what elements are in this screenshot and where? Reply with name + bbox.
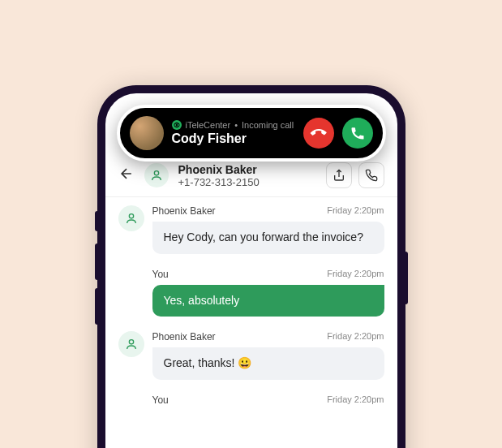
user-icon	[125, 212, 138, 225]
user-icon	[125, 338, 138, 351]
app-logo-icon: ⦿	[172, 120, 182, 130]
phone-frame: ⦿ iTeleCenter • Incoming call Cody Fishe…	[97, 85, 405, 448]
message-sender: Phoenix Baker	[152, 331, 216, 342]
message-avatar	[118, 205, 144, 231]
phone-screen: ⦿ iTeleCenter • Incoming call Cody Fishe…	[105, 93, 397, 448]
incoming-call-banner: ⦿ iTeleCenter • Incoming call Cody Fishe…	[117, 105, 386, 162]
chat-messages: Phoenix Baker Friday 2:20pm Hey Cody, ca…	[105, 197, 397, 433]
message-group: Phoenix Baker Friday 2:20pm Great, thank…	[118, 331, 384, 380]
decline-call-button[interactable]	[303, 118, 334, 149]
contact-info: Phoenix Baker +1-732-313-2150	[178, 163, 316, 188]
message-avatar	[118, 331, 144, 357]
message-bubble: Hey Cody, can you forward the invoice?	[152, 222, 384, 254]
message-time: Friday 2:20pm	[327, 205, 384, 217]
message-group: You Friday 2:20pm Yes, absolutely	[118, 269, 384, 317]
accept-call-button[interactable]	[342, 118, 373, 149]
message-sender: You	[152, 394, 169, 406]
share-button[interactable]	[326, 162, 352, 188]
contact-phone: +1-732-313-2150	[178, 176, 316, 188]
message-time: Friday 2:20pm	[327, 331, 384, 342]
svg-point-2	[129, 340, 133, 344]
message-bubble: Great, thanks! 😀	[152, 347, 384, 380]
message-time: Friday 2:20pm	[327, 394, 384, 406]
call-info: ⦿ iTeleCenter • Incoming call Cody Fishe…	[172, 120, 295, 146]
caller-avatar	[130, 116, 164, 150]
back-button[interactable]	[118, 166, 135, 185]
message-time: Friday 2:20pm	[327, 269, 384, 280]
contact-avatar	[144, 163, 169, 187]
phone-icon	[365, 169, 378, 182]
phone-accept-icon	[350, 125, 366, 141]
message-group: You Friday 2:20pm	[118, 394, 384, 411]
separator-dot: •	[234, 120, 238, 130]
message-group: Phoenix Baker Friday 2:20pm Hey Cody, ca…	[118, 205, 384, 254]
arrow-left-icon	[118, 166, 135, 182]
svg-point-1	[129, 214, 133, 218]
contact-name: Phoenix Baker	[178, 163, 316, 176]
message-bubble: Yes, absolutely	[152, 285, 384, 317]
user-icon	[150, 169, 163, 182]
caller-name: Cody Fisher	[172, 131, 295, 146]
call-status: Incoming call	[242, 120, 294, 130]
phone-decline-icon	[307, 122, 329, 144]
share-icon	[333, 169, 345, 182]
call-button[interactable]	[358, 162, 384, 188]
message-sender: Phoenix Baker	[152, 205, 216, 217]
phone-side-button	[405, 252, 408, 304]
message-sender: You	[152, 269, 169, 280]
svg-point-0	[154, 171, 158, 175]
app-name: iTeleCenter	[186, 120, 231, 130]
